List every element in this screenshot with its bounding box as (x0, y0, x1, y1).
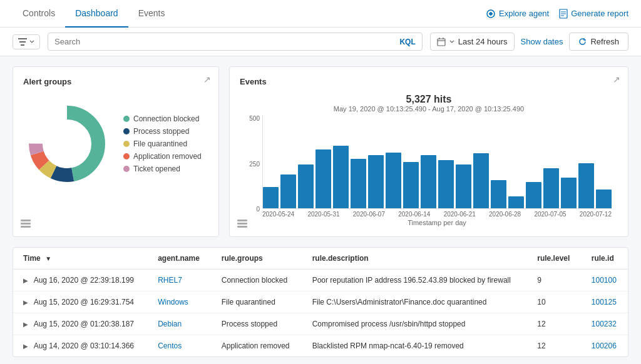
bar-20[interactable] (596, 190, 612, 208)
cell-groups-3: Process stopped (212, 313, 302, 335)
bar-14[interactable] (491, 180, 506, 208)
legend-label-process-stopped: Process stopped (133, 127, 189, 136)
col-header-rule-description[interactable]: rule.description (302, 248, 528, 270)
cell-time-1: ▶ Aug 16, 2020 @ 22:39:18.199 (13, 270, 148, 291)
y-axis: 500 250 0 (240, 115, 262, 213)
main-content: Alert groups ↗ (0, 56, 641, 364)
cell-time-3: ▶ Aug 15, 2020 @ 01:20:38.187 (13, 313, 148, 335)
col-header-rule-level[interactable]: rule.level (527, 248, 582, 270)
alert-groups-table-icon[interactable] (21, 220, 31, 230)
row-expand-3[interactable]: ▶ (23, 321, 28, 328)
cell-time-2: ▶ Aug 15, 2020 @ 16:29:31.754 (13, 291, 148, 313)
cell-agent-4: Centos (148, 335, 212, 357)
cell-desc-4: Blacklisted RPM nmap-ncat-6.40-19 remove… (302, 335, 528, 357)
bar-17[interactable] (543, 168, 559, 208)
svg-rect-12 (21, 226, 31, 228)
bars-container (262, 115, 612, 209)
events-table-icon[interactable] (237, 220, 247, 230)
tab-events[interactable]: Events (128, 0, 175, 28)
agent-link-3[interactable]: Debian (158, 320, 182, 328)
rule-id-link-3[interactable]: 100232 (592, 320, 617, 328)
generate-report-link[interactable]: Generate report (559, 9, 628, 19)
cell-agent-2: Windows (148, 291, 212, 313)
bar-15[interactable] (508, 196, 524, 208)
bar-16[interactable] (526, 182, 541, 208)
svg-point-9 (44, 121, 90, 166)
bar-9[interactable] (403, 162, 419, 209)
refresh-icon (578, 38, 587, 46)
events-table-view-icon (237, 220, 247, 228)
x-axis: 2020-05-24 2020-05-31 2020-06-07 2020-06… (262, 209, 612, 218)
x-label-1: 2020-05-24 (262, 211, 294, 218)
row-expand-2[interactable]: ▶ (23, 299, 28, 306)
charts-row: Alert groups ↗ (13, 66, 628, 237)
rule-id-link-1[interactable]: 100100 (592, 276, 617, 285)
table-row: ▶ Aug 15, 2020 @ 01:20:38.187 Debian Pro… (13, 313, 628, 335)
row-expand-1[interactable]: ▶ (23, 277, 28, 284)
time-filter-button[interactable]: Last 24 hours (430, 33, 515, 51)
agent-link-1[interactable]: RHEL7 (158, 276, 182, 285)
x-axis-label: Timestamp per day (262, 219, 612, 226)
bar-4[interactable] (315, 149, 331, 208)
bar-12[interactable] (456, 164, 471, 208)
show-dates-button[interactable]: Show dates (521, 37, 563, 46)
legend-dot-ticket-opened (123, 166, 130, 172)
bar-18[interactable] (561, 178, 577, 208)
events-title: Events (240, 77, 618, 86)
y-label-0: 0 (256, 206, 260, 213)
legend-label-application-removed: Application removed (133, 152, 202, 161)
agent-link-2[interactable]: Windows (158, 298, 188, 306)
cell-level-1: 9 (527, 270, 582, 291)
bar-13[interactable] (473, 153, 489, 208)
table-row: ▶ Aug 14, 2020 @ 03:10:14.366 Centos App… (13, 335, 628, 357)
search-input[interactable] (54, 37, 392, 46)
bar-19[interactable] (578, 163, 594, 208)
bar-3[interactable] (298, 164, 314, 208)
sort-time-icon: ▼ (45, 255, 51, 262)
bar-10[interactable] (421, 155, 436, 208)
table-row: ▶ Aug 15, 2020 @ 16:29:31.754 Windows Fi… (13, 291, 628, 313)
tab-dashboard[interactable]: Dashboard (65, 0, 128, 28)
explore-agent-link[interactable]: Explore agent (486, 9, 549, 19)
legend-dot-process-stopped (123, 128, 130, 134)
col-header-rule-groups[interactable]: rule.groups (212, 248, 302, 270)
x-label-7: 2020-07-05 (534, 211, 566, 218)
cell-desc-3: Compromised process /usr/sbin/httpd stop… (302, 313, 528, 335)
calendar-icon (437, 38, 446, 46)
bar-5[interactable] (333, 146, 349, 208)
alert-groups-expand-icon[interactable]: ↗ (203, 74, 211, 84)
cell-level-3: 12 (527, 313, 582, 335)
refresh-button[interactable]: Refresh (569, 33, 628, 51)
rule-id-link-4[interactable]: 100206 (592, 341, 617, 350)
bar-11[interactable] (438, 160, 454, 208)
top-nav: Controls Dashboard Events Explore agent … (0, 0, 641, 28)
x-label-3: 2020-06-07 (353, 211, 385, 218)
generate-report-label: Generate report (571, 9, 628, 18)
tab-controls[interactable]: Controls (13, 0, 65, 28)
bar-7[interactable] (368, 155, 384, 208)
cell-level-2: 10 (527, 291, 582, 313)
kql-badge[interactable]: KQL (399, 38, 415, 46)
row-expand-4[interactable]: ▶ (23, 343, 28, 350)
bar-8[interactable] (386, 153, 401, 208)
events-expand-icon[interactable]: ↗ (613, 74, 620, 84)
rule-id-link-2[interactable]: 100125 (592, 298, 617, 306)
cell-id-3: 100232 (582, 313, 628, 335)
col-header-agent-name[interactable]: agent.name (148, 248, 212, 270)
col-header-time[interactable]: Time ▼ (13, 248, 148, 270)
agent-link-4[interactable]: Centos (158, 341, 182, 350)
cell-desc-2: File C:\Users\Administrator\Finance.doc … (302, 291, 528, 313)
toolbar: KQL Last 24 hours Show dates Refresh (0, 28, 641, 56)
legend-dot-application-removed (123, 153, 130, 159)
svg-rect-10 (21, 220, 31, 221)
bar-2[interactable] (280, 174, 296, 208)
col-header-rule-id[interactable]: rule.id (582, 248, 628, 270)
x-label-2: 2020-05-31 (307, 211, 339, 218)
bar-1[interactable] (263, 187, 279, 208)
filter-button[interactable] (13, 34, 40, 49)
x-label-6: 2020-06-28 (489, 211, 521, 218)
bar-6[interactable] (351, 159, 366, 208)
events-table-card: Time ▼ agent.name rule.groups rule.descr… (13, 247, 628, 357)
top-nav-right: Explore agent Generate report (486, 9, 628, 19)
legend-label-connection-blocked: Connection blocked (133, 114, 199, 123)
